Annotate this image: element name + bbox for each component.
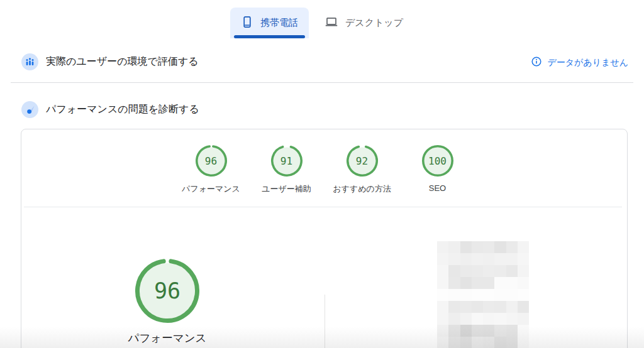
tab-desktop[interactable]: デスクトップ (314, 8, 414, 38)
gauge-best-practices[interactable]: 92おすすめの方法 (325, 144, 400, 195)
thumbnail-pixel (460, 325, 472, 337)
speedometer-icon (21, 101, 38, 118)
thumbnail-pixel (518, 313, 529, 325)
featured-performance-gauge[interactable]: 96 (135, 258, 200, 324)
tab-mobile-label: 携帯電話 (260, 17, 298, 29)
thumbnail-pixel (437, 325, 448, 337)
gauge-ring-seo: 100 (421, 144, 454, 177)
thumbnail-pixel (506, 325, 518, 337)
no-data-link[interactable]: データがありません (531, 57, 628, 68)
thumbnail-pixel (506, 253, 518, 265)
thumbnail-pixel (483, 253, 494, 265)
thumbnail-pixel (448, 301, 460, 313)
thumbnail-pixel (460, 289, 472, 301)
field-data-icon (21, 53, 38, 70)
thumbnail-pixel (472, 241, 483, 253)
thumbnail-pixel (472, 337, 483, 348)
tab-mobile[interactable]: 携帯電話 (230, 8, 309, 38)
gauge-label-performance: パフォーマンス (182, 183, 240, 195)
thumbnail-pixel (437, 313, 448, 325)
thumbnail-pixel (437, 337, 448, 348)
gauge-score-accessibility: 91 (270, 144, 303, 177)
thumbnail-pixel (472, 313, 483, 325)
page-screenshot-thumbnail (437, 241, 529, 348)
thumbnail-pixel (448, 313, 460, 325)
pagespeed-report: 携帯電話 デスクトップ 実際のユーザーの環境で評価す (0, 0, 644, 348)
thumbnail-pixel (518, 241, 529, 253)
diagnose-section-header: パフォーマンスの問題を診断する (21, 101, 199, 118)
thumbnail-pixel (448, 241, 460, 253)
thumbnail-pixel (518, 265, 529, 277)
desktop-icon (325, 16, 338, 30)
category-scores-row: 96パフォーマンス 91ユーザー補助 92おすすめの方法 100SEO (21, 144, 627, 195)
thumbnail-pixel (483, 289, 494, 301)
vertical-divider (325, 295, 325, 348)
smartphone-icon (241, 16, 253, 30)
thumbnail-pixel (437, 265, 448, 277)
thumbnail-pixel (483, 313, 494, 325)
gauge-ring-accessibility: 91 (270, 144, 303, 177)
thumbnail-pixel (506, 265, 518, 277)
section-divider (11, 82, 633, 83)
thumbnail-pixel (448, 265, 460, 277)
gauge-label-best-practices: おすすめの方法 (333, 183, 391, 195)
thumbnail-pixel (448, 253, 460, 265)
field-data-title: 実際のユーザーの環境で評価する (46, 55, 199, 68)
featured-gauge-ring: 96 (135, 258, 200, 324)
thumbnail-pixel (472, 301, 483, 313)
lab-report-card: 96パフォーマンス 91ユーザー補助 92おすすめの方法 100SEO 96 パ… (21, 129, 628, 348)
thumbnail-pixel (483, 325, 494, 337)
gauge-accessibility[interactable]: 91ユーザー補助 (249, 144, 325, 195)
thumbnail-pixel (506, 241, 518, 253)
tab-selected-underline (234, 35, 305, 38)
thumbnail-pixel (448, 289, 460, 301)
thumbnail-pixel (437, 289, 448, 301)
card-divider (24, 207, 622, 207)
thumbnail-pixel (506, 277, 518, 289)
thumbnail-pixel (518, 253, 529, 265)
thumbnail-pixel (448, 277, 460, 289)
thumbnail-pixel (483, 337, 494, 348)
thumbnail-pixel (506, 313, 518, 325)
thumbnail-pixel (518, 337, 529, 348)
thumbnail-pixel (518, 301, 529, 313)
thumbnail-pixel (472, 265, 483, 277)
thumbnail-pixel (460, 241, 472, 253)
thumbnail-pixel (437, 277, 448, 289)
thumbnail-pixel (472, 253, 483, 265)
thumbnail-pixel (494, 313, 506, 325)
thumbnail-pixel (494, 337, 506, 348)
gauge-label-accessibility: ユーザー補助 (262, 183, 311, 195)
thumbnail-pixel (448, 325, 460, 337)
thumbnail-pixel (472, 277, 483, 289)
thumbnail-pixel (506, 301, 518, 313)
gauge-performance[interactable]: 96パフォーマンス (174, 144, 249, 195)
thumbnail-pixel (494, 265, 506, 277)
thumbnail-pixel (437, 301, 448, 313)
thumbnail-pixel (494, 277, 506, 289)
tab-desktop-label: デスクトップ (345, 17, 403, 29)
gauge-seo[interactable]: 100SEO (400, 144, 475, 195)
thumbnail-pixel (483, 301, 494, 313)
thumbnail-pixel (460, 313, 472, 325)
gauge-ring-performance: 96 (195, 144, 228, 177)
thumbnail-pixel (483, 265, 494, 277)
gauge-score-performance: 96 (195, 144, 228, 177)
thumbnail-pixel (460, 277, 472, 289)
gauge-score-seo: 100 (421, 144, 454, 177)
thumbnail-pixel (494, 241, 506, 253)
thumbnail-pixel (494, 289, 506, 301)
gauge-score-best-practices: 92 (346, 144, 379, 177)
thumbnail-pixel (460, 301, 472, 313)
thumbnail-pixel (518, 325, 529, 337)
thumbnail-pixel (460, 253, 472, 265)
featured-gauge-label: パフォーマンス (73, 330, 262, 345)
thumbnail-pixel (518, 277, 529, 289)
thumbnail-pixel (483, 241, 494, 253)
gauge-label-seo: SEO (429, 183, 446, 193)
thumbnail-pixel (518, 289, 529, 301)
gauge-ring-best-practices: 92 (346, 144, 379, 177)
thumbnail-pixel (506, 289, 518, 301)
thumbnail-pixel (494, 253, 506, 265)
no-data-label: データがありません (547, 57, 628, 68)
